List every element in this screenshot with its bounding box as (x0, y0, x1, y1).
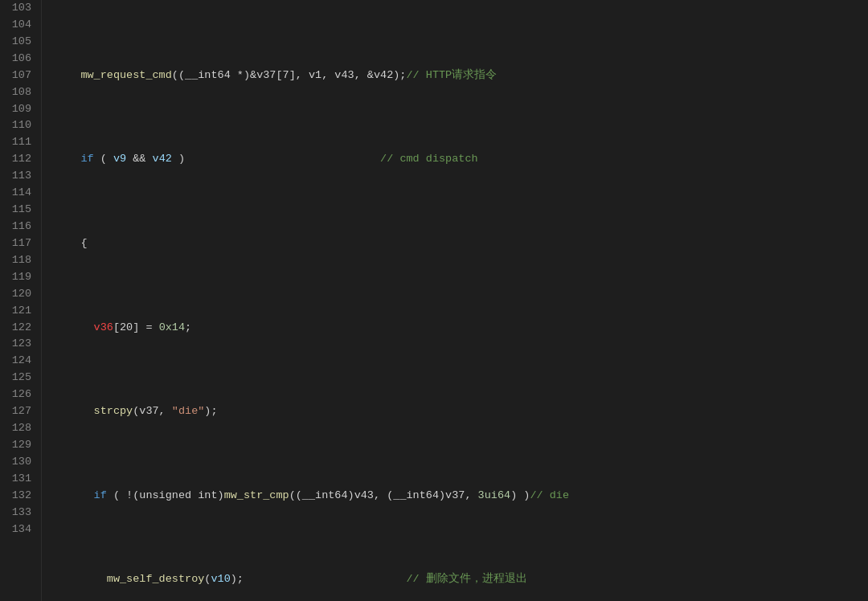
line-num-127: 127 (10, 403, 31, 420)
code-line-107: strcpy(v37, "die"); (55, 403, 868, 420)
line-num-121: 121 (10, 303, 31, 320)
line-num-125: 125 (10, 370, 31, 386)
line-num-119: 119 (10, 269, 31, 286)
line-num-107: 107 (10, 67, 31, 84)
line-num-106: 106 (10, 51, 31, 67)
line-num-108: 108 (10, 84, 31, 101)
line-num-133: 133 (10, 505, 31, 521)
code-line-103: mw_request_cmd((__int64 *)&v37[7], v1, v… (55, 67, 868, 84)
code-line-106: v36[20] = 0x14; (55, 320, 868, 337)
code-line-109: mw_self_destroy(v10); // 删除文件，进程退出 (55, 571, 868, 588)
line-num-111: 111 (10, 134, 31, 151)
line-num-104: 104 (10, 17, 31, 34)
line-num-118: 118 (10, 252, 31, 269)
line-num-114: 114 (10, 185, 31, 202)
line-numbers: 103 104 105 106 107 108 109 110 111 112 … (0, 0, 42, 601)
line-num-120: 120 (10, 286, 31, 303)
line-num-105: 105 (10, 34, 31, 51)
line-num-110: 110 (10, 117, 31, 134)
code-line-108: if ( !(unsigned int)mw_str_cmp((__int64)… (55, 488, 868, 505)
line-num-130: 130 (10, 454, 31, 471)
code-line-105: { (55, 235, 868, 252)
line-num-126: 126 (10, 386, 31, 403)
line-num-128: 128 (10, 420, 31, 437)
code-editor: 103 104 105 106 107 108 109 110 111 112 … (0, 0, 868, 601)
line-num-124: 124 (10, 353, 31, 370)
line-num-103: 103 (10, 0, 31, 17)
code-line-104: if ( v9 && v42 ) // cmd dispatch (55, 151, 868, 168)
line-num-123: 123 (10, 336, 31, 353)
code-text: mw_request_cmd((__int64 *)&v37[7], v1, v… (42, 0, 868, 601)
line-num-113: 113 (10, 168, 31, 185)
line-num-131: 131 (10, 471, 31, 488)
line-num-116: 116 (10, 219, 31, 235)
line-num-117: 117 (10, 235, 31, 252)
line-num-132: 132 (10, 488, 31, 505)
line-num-109: 109 (10, 101, 31, 118)
line-num-115: 115 (10, 202, 31, 219)
line-num-129: 129 (10, 437, 31, 454)
line-num-134: 134 (10, 521, 31, 538)
line-num-122: 122 (10, 320, 31, 337)
line-num-112: 112 (10, 151, 31, 168)
